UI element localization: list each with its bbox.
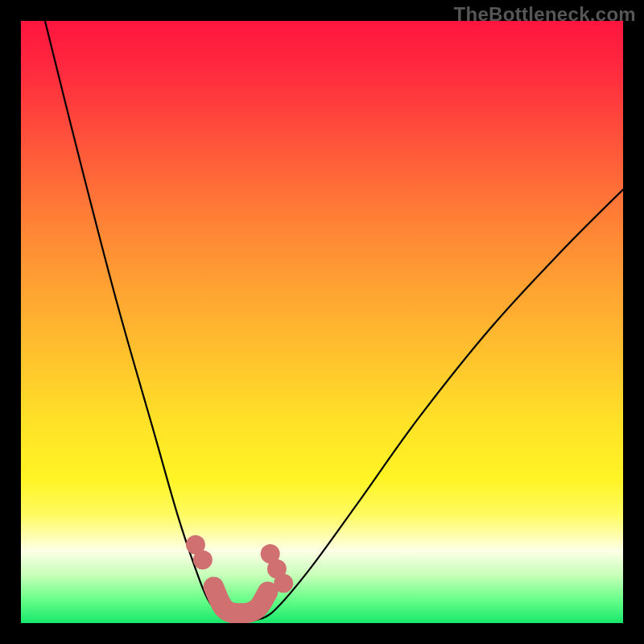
valley-floor-segment	[213, 587, 267, 613]
plot-area	[21, 21, 623, 623]
watermark-text: TheBottleneck.com	[454, 3, 636, 26]
curve-left-descent	[45, 21, 229, 620]
chart-frame: TheBottleneck.com	[0, 0, 644, 644]
curve-layer	[21, 21, 623, 623]
valley-dot-1	[193, 550, 213, 569]
curve-right-ascent	[256, 189, 623, 620]
valley-dot-4	[274, 574, 293, 593]
